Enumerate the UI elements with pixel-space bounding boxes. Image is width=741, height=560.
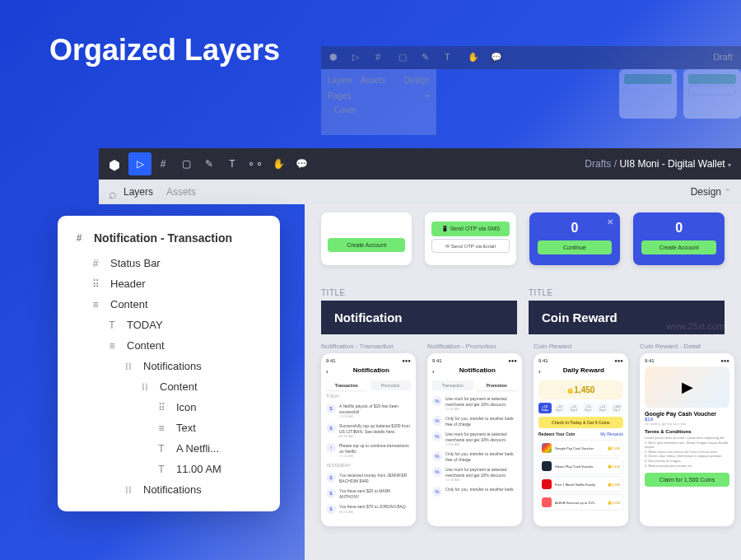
reward-badge: 🪙 1,450: [538, 380, 623, 399]
chevron-down-icon: ▾: [728, 161, 731, 169]
money-icon: $: [326, 404, 336, 413]
money-icon: $: [326, 423, 336, 433]
left-panel-header: ⌕ Layers Assets Design ⌃: [99, 180, 741, 204]
crumb-drafts: Drafts: [585, 158, 611, 170]
pen-icon: ✎: [422, 52, 433, 63]
comment-icon: 💬: [491, 52, 502, 63]
promo-icon: %: [432, 396, 442, 406]
hero-title: Orgaized Layers: [49, 33, 280, 68]
money-icon: $: [326, 488, 336, 498]
google-icon: [542, 443, 552, 453]
layer-type-icon: ⠿: [89, 278, 102, 290]
breadcrumb[interactable]: Drafts / UI8 Moni - Digital Wallet ▾: [585, 158, 731, 170]
back-icon: ‹: [538, 368, 541, 376]
money-icon: $: [326, 504, 336, 514]
layer-label: Content: [127, 339, 165, 352]
section-title-label: TITLE: [529, 288, 708, 297]
layer-label: 11.00 AM: [176, 463, 221, 475]
screen-notification-transaction[interactable]: Notification - Transaction 9:41●●● ‹Noti…: [321, 343, 416, 526]
resources-tool[interactable]: ⚬⚬: [244, 152, 267, 175]
screen-title: Daily Reward: [544, 366, 623, 374]
promo-icon: %: [432, 416, 442, 426]
layer-label: Status Bar: [110, 257, 161, 269]
check-in-button: Check In Today & Get 5 Coins: [538, 417, 623, 428]
layer-item[interactable]: ≡Content: [58, 335, 280, 356]
shape-tool[interactable]: ▢: [175, 152, 198, 175]
layer-item[interactable]: ⠿Header: [58, 273, 280, 294]
zero-value: 0: [641, 221, 716, 236]
layer-type-icon: ⠿: [155, 402, 168, 413]
terms-heading: Terms & Conditions: [645, 429, 729, 434]
screen-coin-reward-detail[interactable]: Coin Reward - Detail 9:41●●● ▶ Google Pa…: [640, 343, 734, 526]
layer-root[interactable]: # Notification - Transaction: [58, 227, 280, 253]
search-icon[interactable]: ⌕: [109, 187, 119, 197]
day-cell: +15Day 3: [567, 403, 580, 413]
layer-item[interactable]: TTODAY: [58, 315, 280, 335]
layer-item[interactable]: ⠿Icon: [58, 397, 280, 418]
screen-coin-reward[interactable]: Coin Reward 9:41●●● ‹Daily Reward 🪙 1,45…: [534, 343, 628, 526]
send-email-button[interactable]: ✉ Send OTP via Email: [431, 239, 509, 253]
tab-transaction: Transaction: [432, 380, 473, 390]
frame-name: Notification - Promotion: [427, 343, 522, 350]
bg-cover: Cover: [328, 100, 430, 114]
rect-icon: ▢: [398, 52, 410, 63]
section-title-label: TITLE: [321, 288, 501, 297]
layer-label: Content: [160, 380, 198, 393]
voucher-title: Google Pay Cash Voucher: [645, 411, 729, 417]
back-icon: ‹: [432, 368, 435, 376]
signal-icon: ●●●: [402, 358, 411, 363]
text-icon: T: [445, 52, 456, 63]
promo-icon: %: [432, 487, 442, 497]
layer-item[interactable]: ⁞⁞Notifications: [58, 356, 280, 376]
send-sms-button[interactable]: 📱 Send OTP via SMS: [431, 222, 509, 236]
figma-logo-icon[interactable]: ⬢: [109, 157, 122, 170]
layer-type-icon: ⁞⁞: [122, 484, 135, 496]
day-cell: +15Day 4: [582, 403, 595, 413]
create-account-button[interactable]: Create Account: [641, 240, 716, 254]
tab-design[interactable]: Design: [691, 186, 721, 198]
pen-tool[interactable]: ✎: [198, 152, 221, 175]
layer-item[interactable]: #Status Bar: [58, 253, 280, 273]
day-cell: +10Day 2: [553, 403, 566, 413]
frame-tool[interactable]: #: [151, 152, 175, 175]
layer-item[interactable]: ≡Content: [58, 294, 280, 315]
text-tool[interactable]: T: [221, 152, 244, 175]
figma-toolbar: ⬢ ▷ # ▢ ✎ T ⚬⚬ ✋ 💬 Drafts / UI8 Moni - D…: [99, 148, 741, 180]
coin-icon: 🪙: [567, 389, 575, 394]
close-icon[interactable]: ✕: [607, 217, 613, 226]
tab-layers[interactable]: Layers: [124, 186, 153, 198]
bg-drafts: Draft: [713, 52, 733, 63]
continue-button[interactable]: Continue: [538, 240, 613, 254]
layer-item[interactable]: TA Netfli...: [58, 438, 280, 459]
create-account-button[interactable]: Create Account: [328, 238, 405, 252]
zero-value: 0: [538, 221, 613, 236]
tab-assets[interactable]: Assets: [166, 186, 196, 198]
steam-icon: [542, 461, 552, 471]
layer-type-icon: ⁞⁞: [138, 381, 151, 393]
layer-item[interactable]: ⁞⁞Notifications: [58, 479, 280, 500]
move-tool[interactable]: ▷: [128, 152, 151, 175]
figma-canvas[interactable]: Create Account 📱 Send OTP via SMS ✉ Send…: [305, 204, 741, 560]
screen-notification-promotion[interactable]: Notification - Promotion 9:41●●● ‹Notifi…: [427, 343, 522, 526]
card-create-account-2: 0 Create Account: [633, 212, 725, 265]
layer-item[interactable]: ≡Text: [58, 418, 280, 438]
promo-icon: %: [432, 467, 442, 477]
tab-promotion: Promotion: [370, 380, 412, 390]
layer-item[interactable]: ⁞⁞Content: [58, 376, 280, 397]
layer-type-icon: T: [155, 464, 168, 475]
card-otp: 📱 Send OTP via SMS ✉ Send OTP via Email: [425, 212, 515, 265]
layer-label: Notification - Transaction: [94, 231, 232, 245]
day-cell: +15Day 5: [596, 403, 609, 413]
promo-icon: %: [432, 451, 442, 461]
hand-tool[interactable]: ✋: [267, 152, 290, 175]
layer-type-icon: ≡: [89, 299, 102, 310]
layer-type-icon: ≡: [105, 340, 119, 352]
layer-label: Text: [176, 422, 196, 434]
layer-label: Icon: [176, 401, 197, 413]
layer-item[interactable]: T11.00 AM: [58, 459, 280, 479]
layer-type-icon: T: [155, 443, 168, 455]
comment-tool[interactable]: 💬: [290, 152, 313, 175]
day-cell: +100Day 7: [611, 403, 624, 413]
move-icon: ▷: [352, 52, 364, 63]
notification-section-bar: Notification: [321, 301, 517, 334]
